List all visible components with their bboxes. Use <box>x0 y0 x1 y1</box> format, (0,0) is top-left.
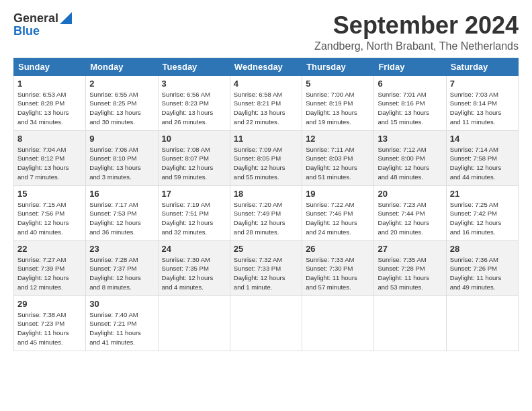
day-info: Sunrise: 7:12 AM Sunset: 8:00 PM Dayligh… <box>378 145 442 182</box>
table-row: 17Sunrise: 7:19 AM Sunset: 7:51 PM Dayli… <box>158 185 230 240</box>
day-number: 24 <box>162 244 226 254</box>
table-row: 8Sunrise: 7:04 AM Sunset: 8:12 PM Daylig… <box>14 130 86 185</box>
table-row: 23Sunrise: 7:28 AM Sunset: 7:37 PM Dayli… <box>86 240 158 295</box>
day-number: 5 <box>306 79 370 89</box>
col-saturday: Saturday <box>446 58 518 75</box>
table-row <box>302 295 374 351</box>
col-tuesday: Tuesday <box>158 58 230 75</box>
day-number: 22 <box>17 244 82 254</box>
table-row: 29Sunrise: 7:38 AM Sunset: 7:23 PM Dayli… <box>14 295 86 351</box>
day-number: 19 <box>306 189 370 199</box>
calendar-week-row: 1Sunrise: 6:53 AM Sunset: 8:28 PM Daylig… <box>14 75 519 130</box>
day-info: Sunrise: 7:27 AM Sunset: 7:39 PM Dayligh… <box>17 255 82 292</box>
day-info: Sunrise: 7:11 AM Sunset: 8:03 PM Dayligh… <box>306 145 370 182</box>
day-info: Sunrise: 7:20 AM Sunset: 7:49 PM Dayligh… <box>234 200 298 237</box>
day-info: Sunrise: 7:14 AM Sunset: 7:58 PM Dayligh… <box>450 145 515 182</box>
table-row: 6Sunrise: 7:01 AM Sunset: 8:16 PM Daylig… <box>374 75 446 130</box>
day-number: 30 <box>89 299 154 309</box>
day-info: Sunrise: 7:28 AM Sunset: 7:37 PM Dayligh… <box>89 255 154 292</box>
day-number: 12 <box>306 134 370 144</box>
table-row: 9Sunrise: 7:06 AM Sunset: 8:10 PM Daylig… <box>86 130 158 185</box>
table-row: 19Sunrise: 7:22 AM Sunset: 7:46 PM Dayli… <box>302 185 374 240</box>
page: General Blue September 2024 Zandberg, No… <box>0 0 532 358</box>
day-number: 14 <box>450 134 515 144</box>
day-info: Sunrise: 7:30 AM Sunset: 7:35 PM Dayligh… <box>162 255 226 292</box>
table-row: 1Sunrise: 6:53 AM Sunset: 8:28 PM Daylig… <box>14 75 86 130</box>
day-number: 13 <box>378 134 442 144</box>
logo-text: General <box>13 12 72 24</box>
day-number: 18 <box>234 189 298 199</box>
logo-icon <box>60 12 72 24</box>
day-info: Sunrise: 7:03 AM Sunset: 8:14 PM Dayligh… <box>450 90 515 127</box>
calendar-week-row: 8Sunrise: 7:04 AM Sunset: 8:12 PM Daylig… <box>14 130 519 185</box>
table-row: 25Sunrise: 7:32 AM Sunset: 7:33 PM Dayli… <box>230 240 302 295</box>
col-friday: Friday <box>374 58 446 75</box>
table-row: 16Sunrise: 7:17 AM Sunset: 7:53 PM Dayli… <box>86 185 158 240</box>
day-number: 27 <box>378 244 442 254</box>
col-monday: Monday <box>86 58 158 75</box>
logo-blue-text: Blue <box>13 24 40 38</box>
day-info: Sunrise: 6:53 AM Sunset: 8:28 PM Dayligh… <box>17 90 82 127</box>
day-info: Sunrise: 6:55 AM Sunset: 8:25 PM Dayligh… <box>89 90 154 127</box>
day-info: Sunrise: 7:06 AM Sunset: 8:10 PM Dayligh… <box>89 145 154 182</box>
table-row <box>230 295 302 351</box>
table-row: 30Sunrise: 7:40 AM Sunset: 7:21 PM Dayli… <box>86 295 158 351</box>
day-number: 10 <box>162 134 226 144</box>
col-thursday: Thursday <box>302 58 374 75</box>
table-row <box>374 295 446 351</box>
day-number: 20 <box>378 189 442 199</box>
calendar-header-row: Sunday Monday Tuesday Wednesday Thursday… <box>14 58 519 75</box>
day-info: Sunrise: 7:04 AM Sunset: 8:12 PM Dayligh… <box>17 145 82 182</box>
table-row: 7Sunrise: 7:03 AM Sunset: 8:14 PM Daylig… <box>446 75 518 130</box>
day-number: 25 <box>234 244 298 254</box>
table-row: 22Sunrise: 7:27 AM Sunset: 7:39 PM Dayli… <box>14 240 86 295</box>
logo-general: General <box>13 12 58 24</box>
table-row: 5Sunrise: 7:00 AM Sunset: 8:19 PM Daylig… <box>302 75 374 130</box>
header-area: General Blue September 2024 Zandberg, No… <box>13 12 519 52</box>
col-wednesday: Wednesday <box>230 58 302 75</box>
calendar-week-row: 29Sunrise: 7:38 AM Sunset: 7:23 PM Dayli… <box>14 295 519 351</box>
day-info: Sunrise: 7:19 AM Sunset: 7:51 PM Dayligh… <box>162 200 226 237</box>
location-title: Zandberg, North Brabant, The Netherlands <box>314 40 519 52</box>
day-number: 17 <box>162 189 226 199</box>
day-number: 16 <box>89 189 154 199</box>
table-row <box>446 295 518 351</box>
day-info: Sunrise: 7:36 AM Sunset: 7:26 PM Dayligh… <box>450 255 515 292</box>
table-row: 26Sunrise: 7:33 AM Sunset: 7:30 PM Dayli… <box>302 240 374 295</box>
day-info: Sunrise: 7:25 AM Sunset: 7:42 PM Dayligh… <box>450 200 515 237</box>
day-number: 8 <box>17 134 82 144</box>
day-number: 26 <box>306 244 370 254</box>
day-number: 1 <box>17 79 82 89</box>
day-info: Sunrise: 7:01 AM Sunset: 8:16 PM Dayligh… <box>378 90 442 127</box>
day-info: Sunrise: 7:23 AM Sunset: 7:44 PM Dayligh… <box>378 200 442 237</box>
table-row: 24Sunrise: 7:30 AM Sunset: 7:35 PM Dayli… <box>158 240 230 295</box>
table-row: 20Sunrise: 7:23 AM Sunset: 7:44 PM Dayli… <box>374 185 446 240</box>
day-info: Sunrise: 7:35 AM Sunset: 7:28 PM Dayligh… <box>378 255 442 292</box>
table-row: 15Sunrise: 7:15 AM Sunset: 7:56 PM Dayli… <box>14 185 86 240</box>
table-row: 21Sunrise: 7:25 AM Sunset: 7:42 PM Dayli… <box>446 185 518 240</box>
day-number: 28 <box>450 244 515 254</box>
calendar-week-row: 22Sunrise: 7:27 AM Sunset: 7:39 PM Dayli… <box>14 240 519 295</box>
day-info: Sunrise: 7:17 AM Sunset: 7:53 PM Dayligh… <box>89 200 154 237</box>
day-number: 6 <box>378 79 442 89</box>
table-row <box>158 295 230 351</box>
day-info: Sunrise: 7:40 AM Sunset: 7:21 PM Dayligh… <box>89 310 154 347</box>
logo: General Blue <box>13 12 72 38</box>
day-number: 21 <box>450 189 515 199</box>
day-info: Sunrise: 6:58 AM Sunset: 8:21 PM Dayligh… <box>234 90 298 127</box>
svg-marker-0 <box>60 12 72 24</box>
day-number: 4 <box>234 79 298 89</box>
day-number: 23 <box>89 244 154 254</box>
table-row: 10Sunrise: 7:08 AM Sunset: 8:07 PM Dayli… <box>158 130 230 185</box>
day-number: 7 <box>450 79 515 89</box>
day-info: Sunrise: 7:38 AM Sunset: 7:23 PM Dayligh… <box>17 310 82 347</box>
table-row: 2Sunrise: 6:55 AM Sunset: 8:25 PM Daylig… <box>86 75 158 130</box>
col-sunday: Sunday <box>14 58 86 75</box>
table-row: 3Sunrise: 6:56 AM Sunset: 8:23 PM Daylig… <box>158 75 230 130</box>
day-info: Sunrise: 7:08 AM Sunset: 8:07 PM Dayligh… <box>162 145 226 182</box>
table-row: 18Sunrise: 7:20 AM Sunset: 7:49 PM Dayli… <box>230 185 302 240</box>
calendar-table: Sunday Monday Tuesday Wednesday Thursday… <box>13 58 519 351</box>
day-number: 9 <box>89 134 154 144</box>
day-info: Sunrise: 7:32 AM Sunset: 7:33 PM Dayligh… <box>234 255 298 292</box>
day-info: Sunrise: 7:22 AM Sunset: 7:46 PM Dayligh… <box>306 200 370 237</box>
